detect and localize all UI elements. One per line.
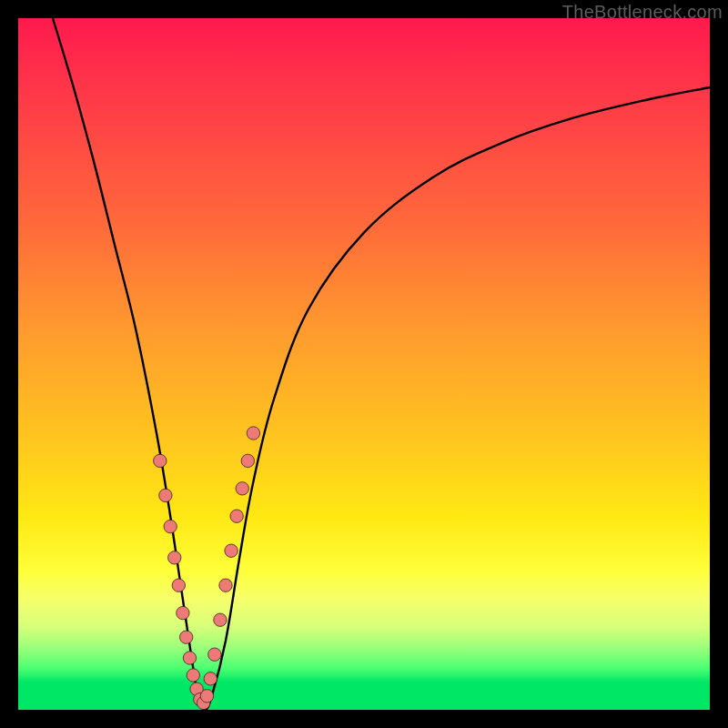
marker-dot: [168, 551, 181, 564]
marker-dot: [187, 669, 199, 682]
marker-dot: [208, 648, 221, 661]
marker-dot: [230, 510, 243, 522]
marker-dot: [219, 579, 232, 592]
marker-points: [154, 427, 260, 710]
marker-dot: [179, 631, 192, 643]
watermark-text: TheBottleneck.com: [562, 2, 723, 23]
marker-dot: [247, 427, 259, 440]
marker-dot: [183, 652, 196, 664]
marker-dot: [236, 482, 248, 495]
marker-dot: [172, 579, 185, 592]
marker-dot: [241, 454, 254, 467]
chart-svg: [18, 18, 710, 710]
marker-dot: [164, 520, 177, 532]
marker-dot: [204, 672, 217, 685]
bottleneck-curve: [53, 18, 710, 710]
marker-dot: [225, 544, 238, 557]
chart-frame: [18, 18, 710, 710]
marker-dot: [177, 606, 189, 619]
marker-dot: [154, 454, 167, 467]
marker-dot: [159, 489, 172, 501]
marker-dot: [200, 690, 213, 703]
marker-dot: [214, 613, 227, 626]
